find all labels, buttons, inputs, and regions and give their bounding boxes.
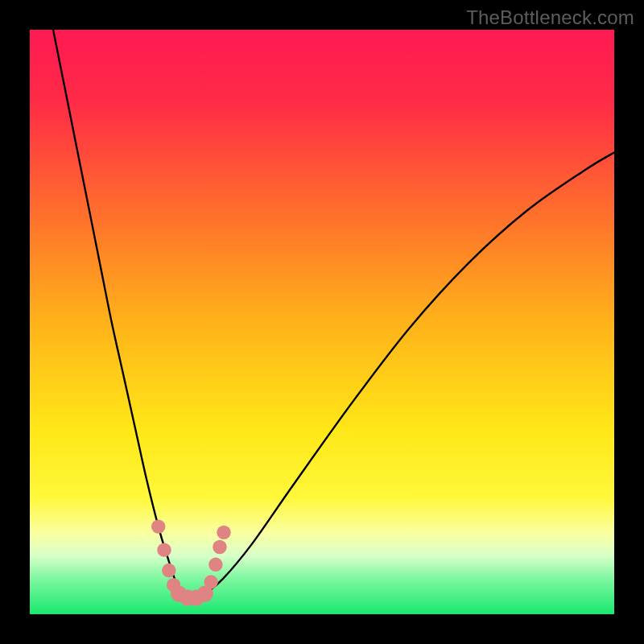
chart-frame: TheBottleneck.com: [0, 0, 644, 644]
curve-marker-2: [162, 564, 175, 577]
plot-area: [30, 30, 614, 614]
curve-marker-11: [217, 526, 230, 539]
curve-svg: [30, 30, 614, 614]
curve-marker-0: [151, 519, 165, 533]
curve-marker-9: [208, 558, 222, 572]
curve-marker-10: [213, 540, 226, 554]
curve-markers: [151, 519, 231, 605]
curve-marker-8: [204, 575, 217, 588]
curve-marker-1: [157, 543, 171, 556]
watermark-text: TheBottleneck.com: [466, 6, 634, 29]
bottleneck-curve: [53, 30, 614, 600]
